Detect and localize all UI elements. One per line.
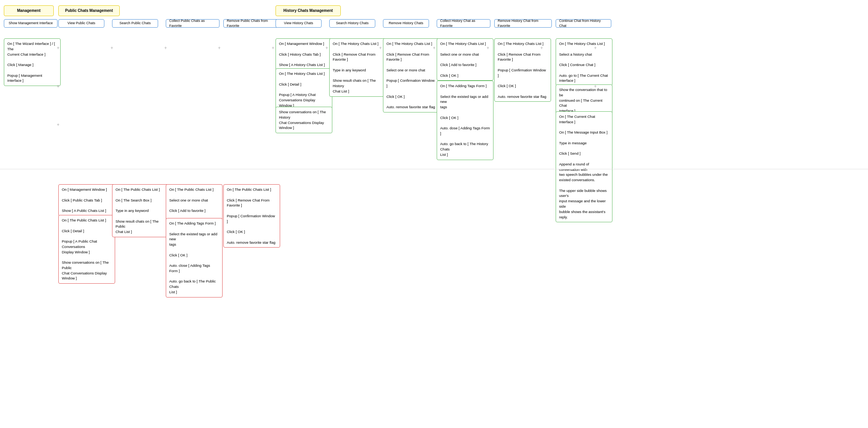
action-view_history[interactable]: View History Chats <box>276 19 322 28</box>
header-public_chats_management: Public Chats Management <box>58 5 120 16</box>
plus-icon-2: + <box>57 122 59 127</box>
card-remove_public_fav_flow: On [ The Public Chats List ]Click [ Remo… <box>223 184 280 248</box>
card-collect_history_fav_flow: On [ The History Chats List ]Select one … <box>437 38 493 81</box>
card-history_show_conv: Show conversations on [ The HistoryChat … <box>276 107 332 133</box>
card-mgmt_flow: On [ The Wizard Interface ] / [ TheCurre… <box>4 38 61 86</box>
plus-icon-1: + <box>57 84 59 89</box>
plus-icon-8: + <box>379 45 382 51</box>
action-search_public[interactable]: Search Public Chats <box>112 19 158 28</box>
card-continue_chat_interface: On [ The Current Chat Interface ]On [ Th… <box>556 111 612 222</box>
card-search_public_flow: On [ The Public Chats List ]On [ The Sea… <box>112 184 169 237</box>
card-collect_history_fav_form: On [ The Adding Tags Form ]Select the ex… <box>437 81 493 160</box>
card-search_history_flow: On [ The History Chats List ]Click [ Rem… <box>329 38 386 97</box>
action-collect_history_fav[interactable]: Collect History Chat as Favorite <box>437 19 490 28</box>
plus-icon-12: + <box>594 45 597 51</box>
plus-icon-4: + <box>164 45 167 51</box>
plus-icon-7: + <box>325 45 328 51</box>
action-collect_public_fav[interactable]: Collect Public Chats as Favorite <box>166 19 219 28</box>
action-remove_public_fav[interactable]: Remove Public Chats from Favorite <box>223 19 281 28</box>
section-divider <box>0 169 868 169</box>
plus-icon-13: + <box>594 84 597 89</box>
action-search_history[interactable]: Search History Chats <box>329 19 375 28</box>
card-public_mgmt_window: On [ Management Window ]Click [ Public C… <box>58 184 115 216</box>
plus-icon-6: + <box>272 45 274 51</box>
header-history_chats_management: History Chats Management <box>276 5 341 16</box>
card-public_detail: On [ The Public Chats List ]Click [ Deta… <box>58 215 115 284</box>
canvas: ManagementPublic Chats ManagementHistory… <box>0 0 868 428</box>
header-management: Management <box>4 5 54 16</box>
action-remove_history[interactable]: Remove History Chats <box>383 19 429 28</box>
action-remove_history_fav[interactable]: Remove History Chat from Favorite <box>494 19 552 28</box>
action-show_mgmt[interactable]: Show Management Interface <box>4 19 58 28</box>
plus-icon-9: + <box>433 45 436 51</box>
card-continue_history_flow: On [ The History Chats List ]Select a hi… <box>556 38 612 86</box>
card-remove_history_flow: On [ The History Chats List ]Click [ Rem… <box>383 38 440 112</box>
plus-icon-3: + <box>111 45 113 51</box>
card-history_mgmt_window: On [ Management Window ]Click [ History … <box>276 38 332 70</box>
plus-icon-11: + <box>540 45 543 51</box>
plus-icon-5: + <box>218 45 221 51</box>
action-continue_history[interactable]: Continue Chat from History Chat <box>556 19 611 28</box>
card-history_detail: On [ The History Chats List ]Click [ Det… <box>276 68 332 111</box>
action-view_public[interactable]: View Public Chats <box>58 19 104 28</box>
plus-icon-10: + <box>487 45 489 51</box>
card-collect_public_fav_form: On [ The Adding Tags Form ]Select the ex… <box>166 218 223 297</box>
plus-icon-0: + <box>57 45 59 51</box>
